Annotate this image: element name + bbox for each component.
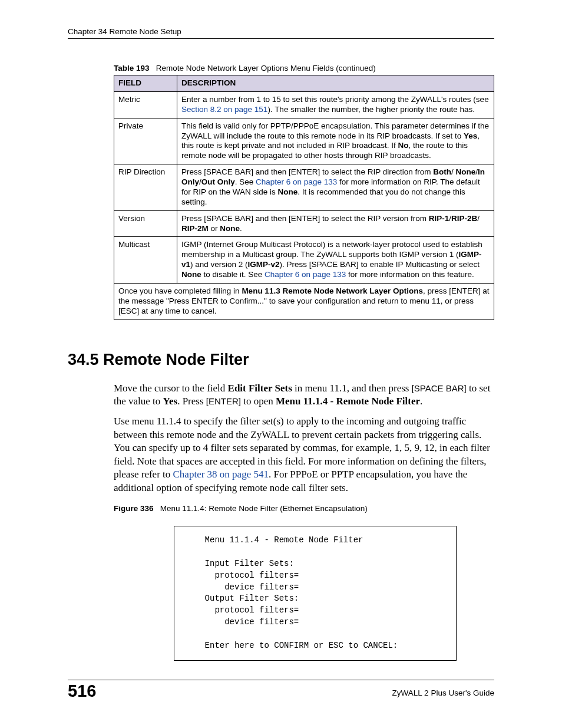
- table-row: Metric Enter a number from 1 to 15 to se…: [114, 91, 494, 118]
- figure-terminal: Menu 11.1.4 - Remote Node Filter Input F…: [174, 526, 457, 661]
- fields-table: FIELD DESCRIPTION Metric Enter a number …: [114, 75, 494, 320]
- link-chapter-6[interactable]: Chapter 6 on page 133: [265, 270, 346, 279]
- body-paragraph: Move the cursor to the field Edit Filter…: [114, 382, 494, 409]
- cell-field: RIP Direction: [114, 164, 177, 211]
- section-heading: 34.5 Remote Node Filter: [68, 351, 494, 369]
- th-field: FIELD: [114, 75, 177, 92]
- cell-field: Multicast: [114, 237, 177, 284]
- link-chapter-38[interactable]: Chapter 38 on page 541: [173, 469, 269, 480]
- page-number: 516: [68, 681, 96, 701]
- figure-caption: Figure 336 Menu 11.1.4: Remote Node Filt…: [114, 504, 494, 513]
- cell-field: Private: [114, 118, 177, 164]
- cell-description: Press [SPACE BAR] and then [ENTER] to se…: [177, 210, 494, 237]
- table-caption: Table 193 Remote Node Network Layer Opti…: [114, 64, 494, 73]
- cell-footer: Once you have completed filling in Menu …: [114, 283, 494, 319]
- table-caption-text: Remote Node Network Layer Options Menu F…: [156, 64, 376, 73]
- cell-description: Enter a number from 1 to 15 to set this …: [177, 91, 494, 118]
- cell-field: Version: [114, 210, 177, 237]
- table-caption-label: Table 193: [114, 64, 150, 73]
- table-row: Multicast IGMP (Internet Group Multicast…: [114, 237, 494, 284]
- link-section-8-2[interactable]: Section 8.2 on page 151: [181, 105, 267, 114]
- body-paragraph: Use menu 11.1.4 to specify the filter se…: [114, 415, 494, 495]
- page-footer: 516 ZyWALL 2 Plus User's Guide: [68, 680, 494, 701]
- cell-description: Press [SPACE BAR] and then [ENTER] to se…: [177, 164, 494, 211]
- cell-description: IGMP (Internet Group Multicast Protocol)…: [177, 237, 494, 284]
- th-description: DESCRIPTION: [177, 75, 494, 92]
- table-row: Version Press [SPACE BAR] and then [ENTE…: [114, 210, 494, 237]
- figure-caption-label: Figure 336: [114, 504, 154, 513]
- cell-description: This field is valid only for PPTP/PPPoE …: [177, 118, 494, 164]
- table-row: Private This field is valid only for PPT…: [114, 118, 494, 164]
- figure-caption-text: Menu 11.1.4: Remote Node Filter (Etherne…: [160, 504, 368, 513]
- chapter-header: Chapter 34 Remote Node Setup: [68, 27, 494, 39]
- link-chapter-6[interactable]: Chapter 6 on page 133: [256, 177, 337, 186]
- table-row: RIP Direction Press [SPACE BAR] and then…: [114, 164, 494, 211]
- table-row-footer: Once you have completed filling in Menu …: [114, 283, 494, 319]
- guide-name: ZyWALL 2 Plus User's Guide: [392, 689, 494, 697]
- cell-field: Metric: [114, 91, 177, 118]
